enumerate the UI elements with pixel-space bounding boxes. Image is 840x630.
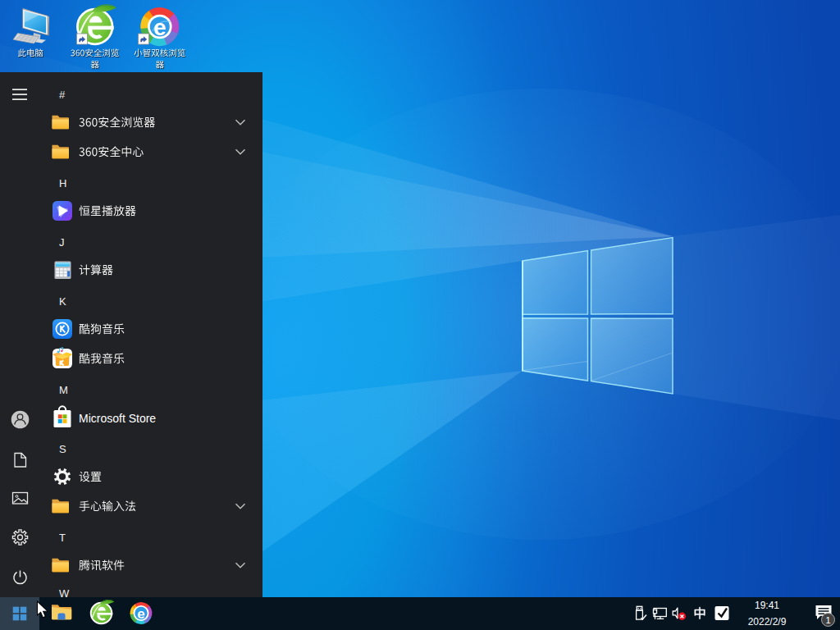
svg-text:e: e: [137, 606, 144, 622]
svg-text:1: 1: [825, 615, 830, 625]
